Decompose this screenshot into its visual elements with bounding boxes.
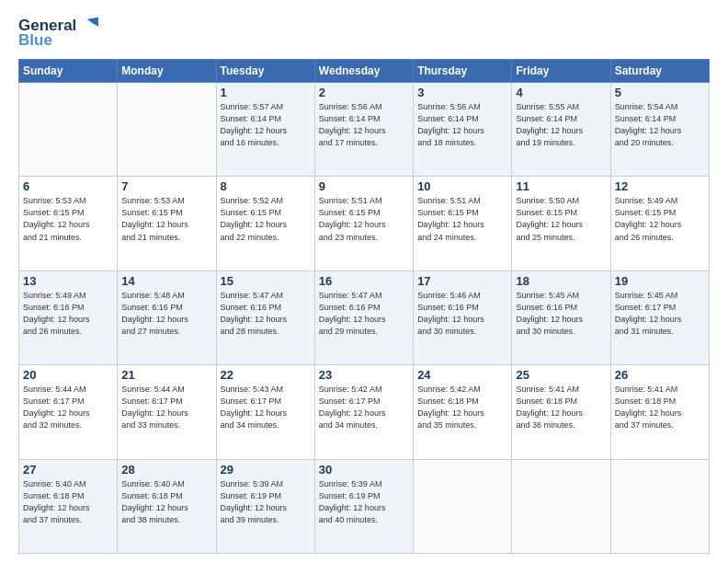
day-number: 20 (23, 368, 113, 382)
calendar-cell: 19Sunrise: 5:45 AM Sunset: 6:17 PM Dayli… (610, 270, 709, 364)
calendar-cell: 3Sunrise: 5:56 AM Sunset: 6:14 PM Daylig… (414, 83, 512, 177)
weekday-thursday: Thursday (414, 60, 512, 83)
calendar-cell: 8Sunrise: 5:52 AM Sunset: 6:15 PM Daylig… (216, 177, 314, 270)
day-info: Sunrise: 5:46 AM Sunset: 6:16 PM Dayligh… (417, 290, 507, 338)
calendar-row-3: 13Sunrise: 5:49 AM Sunset: 6:16 PM Dayli… (19, 270, 710, 364)
day-number: 16 (319, 274, 409, 288)
day-info: Sunrise: 5:51 AM Sunset: 6:15 PM Dayligh… (417, 195, 507, 243)
calendar-table: SundayMondayTuesdayWednesdayThursdayFrid… (18, 59, 710, 554)
day-info: Sunrise: 5:44 AM Sunset: 6:17 PM Dayligh… (121, 384, 211, 431)
day-number: 14 (121, 274, 211, 288)
calendar-cell: 23Sunrise: 5:42 AM Sunset: 6:17 PM Dayli… (314, 365, 413, 459)
day-number: 8 (221, 179, 311, 193)
calendar-cell: 1Sunrise: 5:57 AM Sunset: 6:14 PM Daylig… (216, 83, 314, 177)
day-info: Sunrise: 5:41 AM Sunset: 6:18 PM Dayligh… (615, 384, 705, 431)
day-info: Sunrise: 5:50 AM Sunset: 6:15 PM Dayligh… (516, 195, 606, 243)
calendar-cell (512, 459, 610, 553)
day-number: 27 (23, 463, 113, 477)
day-info: Sunrise: 5:45 AM Sunset: 6:16 PM Dayligh… (516, 290, 606, 338)
day-number: 11 (516, 179, 606, 193)
weekday-friday: Friday (512, 60, 610, 83)
calendar-cell: 18Sunrise: 5:45 AM Sunset: 6:16 PM Dayli… (512, 270, 610, 364)
calendar-cell (19, 83, 118, 177)
weekday-wednesday: Wednesday (314, 60, 413, 83)
calendar-cell: 4Sunrise: 5:55 AM Sunset: 6:14 PM Daylig… (512, 83, 610, 177)
day-info: Sunrise: 5:48 AM Sunset: 6:16 PM Dayligh… (121, 290, 211, 338)
day-number: 25 (516, 368, 606, 382)
page-header: General Blue (18, 17, 710, 50)
day-number: 17 (417, 274, 507, 288)
calendar-cell: 20Sunrise: 5:44 AM Sunset: 6:17 PM Dayli… (19, 365, 118, 459)
day-number: 10 (417, 179, 507, 193)
calendar-cell: 14Sunrise: 5:48 AM Sunset: 6:16 PM Dayli… (118, 270, 216, 364)
day-info: Sunrise: 5:57 AM Sunset: 6:14 PM Dayligh… (221, 101, 311, 149)
day-info: Sunrise: 5:52 AM Sunset: 6:15 PM Dayligh… (221, 195, 311, 243)
calendar-cell: 11Sunrise: 5:50 AM Sunset: 6:15 PM Dayli… (512, 177, 610, 270)
day-info: Sunrise: 5:49 AM Sunset: 6:15 PM Dayligh… (615, 195, 705, 243)
day-number: 19 (615, 274, 705, 288)
day-info: Sunrise: 5:53 AM Sunset: 6:15 PM Dayligh… (121, 195, 211, 243)
day-info: Sunrise: 5:42 AM Sunset: 6:18 PM Dayligh… (417, 384, 507, 431)
calendar-row-4: 20Sunrise: 5:44 AM Sunset: 6:17 PM Dayli… (19, 365, 710, 459)
day-number: 2 (319, 86, 409, 99)
logo-bird-icon (78, 17, 98, 34)
day-number: 15 (221, 274, 311, 288)
calendar-cell: 26Sunrise: 5:41 AM Sunset: 6:18 PM Dayli… (610, 365, 709, 459)
day-number: 9 (319, 179, 409, 193)
day-info: Sunrise: 5:39 AM Sunset: 6:19 PM Dayligh… (221, 478, 311, 526)
calendar-cell: 21Sunrise: 5:44 AM Sunset: 6:17 PM Dayli… (118, 365, 216, 459)
day-number: 21 (121, 368, 211, 382)
day-number: 29 (221, 463, 311, 477)
day-info: Sunrise: 5:42 AM Sunset: 6:17 PM Dayligh… (319, 384, 409, 431)
day-number: 6 (23, 179, 113, 193)
day-number: 30 (319, 463, 409, 477)
calendar-cell: 12Sunrise: 5:49 AM Sunset: 6:15 PM Dayli… (610, 177, 709, 270)
day-number: 3 (417, 86, 507, 99)
calendar-row-1: 1Sunrise: 5:57 AM Sunset: 6:14 PM Daylig… (19, 83, 710, 177)
day-number: 26 (615, 368, 705, 382)
weekday-tuesday: Tuesday (216, 60, 314, 83)
calendar-cell: 22Sunrise: 5:43 AM Sunset: 6:17 PM Dayli… (216, 365, 314, 459)
calendar-cell: 27Sunrise: 5:40 AM Sunset: 6:18 PM Dayli… (19, 459, 118, 553)
calendar-cell: 30Sunrise: 5:39 AM Sunset: 6:19 PM Dayli… (314, 459, 413, 553)
day-info: Sunrise: 5:41 AM Sunset: 6:18 PM Dayligh… (516, 384, 606, 431)
weekday-monday: Monday (118, 60, 216, 83)
calendar-cell: 10Sunrise: 5:51 AM Sunset: 6:15 PM Dayli… (414, 177, 512, 270)
weekday-sunday: Sunday (19, 60, 118, 83)
weekday-saturday: Saturday (610, 60, 709, 83)
day-number: 12 (615, 179, 705, 193)
day-info: Sunrise: 5:43 AM Sunset: 6:17 PM Dayligh… (221, 384, 311, 431)
calendar-cell: 17Sunrise: 5:46 AM Sunset: 6:16 PM Dayli… (414, 270, 512, 364)
calendar-row-2: 6Sunrise: 5:53 AM Sunset: 6:15 PM Daylig… (19, 177, 710, 270)
calendar-cell (610, 459, 709, 553)
logo-container: General Blue (18, 17, 98, 50)
day-info: Sunrise: 5:39 AM Sunset: 6:19 PM Dayligh… (319, 478, 409, 526)
day-info: Sunrise: 5:40 AM Sunset: 6:18 PM Dayligh… (23, 478, 113, 526)
day-number: 23 (319, 368, 409, 382)
day-info: Sunrise: 5:49 AM Sunset: 6:16 PM Dayligh… (23, 290, 113, 338)
calendar-cell: 9Sunrise: 5:51 AM Sunset: 6:15 PM Daylig… (314, 177, 413, 270)
calendar-cell: 7Sunrise: 5:53 AM Sunset: 6:15 PM Daylig… (118, 177, 216, 270)
day-number: 5 (615, 86, 705, 99)
day-info: Sunrise: 5:44 AM Sunset: 6:17 PM Dayligh… (23, 384, 113, 431)
calendar-cell: 5Sunrise: 5:54 AM Sunset: 6:14 PM Daylig… (610, 83, 709, 177)
calendar-cell: 16Sunrise: 5:47 AM Sunset: 6:16 PM Dayli… (314, 270, 413, 364)
day-info: Sunrise: 5:55 AM Sunset: 6:14 PM Dayligh… (516, 101, 606, 149)
day-number: 18 (516, 274, 606, 288)
day-number: 1 (221, 86, 311, 99)
day-number: 13 (23, 274, 113, 288)
day-info: Sunrise: 5:53 AM Sunset: 6:15 PM Dayligh… (23, 195, 113, 243)
day-info: Sunrise: 5:51 AM Sunset: 6:15 PM Dayligh… (319, 195, 409, 243)
calendar-cell: 28Sunrise: 5:40 AM Sunset: 6:18 PM Dayli… (118, 459, 216, 553)
day-info: Sunrise: 5:47 AM Sunset: 6:16 PM Dayligh… (221, 290, 311, 338)
calendar-cell: 24Sunrise: 5:42 AM Sunset: 6:18 PM Dayli… (414, 365, 512, 459)
logo-blue: Blue (18, 31, 52, 50)
day-number: 22 (221, 368, 311, 382)
calendar-cell (118, 83, 216, 177)
day-info: Sunrise: 5:47 AM Sunset: 6:16 PM Dayligh… (319, 290, 409, 338)
calendar-cell: 2Sunrise: 5:56 AM Sunset: 6:14 PM Daylig… (314, 83, 413, 177)
calendar-cell (414, 459, 512, 553)
day-number: 28 (121, 463, 211, 477)
calendar-cell: 13Sunrise: 5:49 AM Sunset: 6:16 PM Dayli… (19, 270, 118, 364)
calendar-cell: 15Sunrise: 5:47 AM Sunset: 6:16 PM Dayli… (216, 270, 314, 364)
